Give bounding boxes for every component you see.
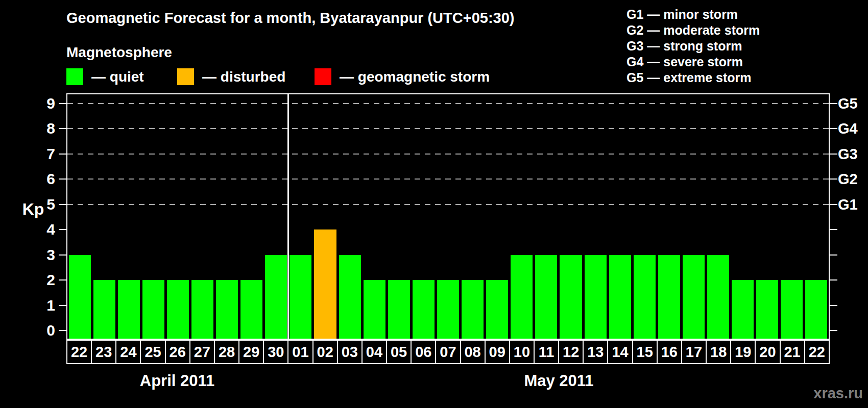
g-level-label: G2 [838,170,858,188]
y-axis-tick-label: 1 [30,296,55,315]
date-label: 14 [607,340,633,364]
date-label: 28 [214,340,239,364]
y-axis-tick-right [830,229,837,230]
y-axis-tick-right [830,154,837,155]
month-label-may: May 2011 [288,369,830,393]
date-label: 22 [804,340,830,364]
y-axis-tick-label: 7 [30,145,55,163]
y-axis-tick-left [59,103,66,104]
date-label: 04 [361,340,387,364]
date-label: 10 [509,340,535,364]
date-label: 16 [657,340,682,364]
y-axis-tick-label: 6 [30,170,55,188]
date-label: 01 [287,340,313,364]
date-label: 11 [534,340,559,364]
date-label: 22 [66,340,92,364]
date-label: 27 [189,340,215,364]
y-axis-tick-right [830,279,837,280]
y-axis-tick-label: 4 [30,220,55,239]
date-label: 23 [91,340,116,364]
date-label: 03 [337,340,363,364]
date-label: 18 [706,340,731,364]
y-axis-tick-left [59,128,66,129]
g-level-label: G5 [838,94,858,113]
date-label: 05 [386,340,412,364]
geomagnetic-forecast-chart: Geomagnetic Forecast for a month, Byatar… [0,0,868,408]
y-axis-tick-left [59,254,66,256]
y-axis-tick-right [830,330,837,331]
date-label: 15 [632,340,658,364]
date-label: 06 [411,340,436,364]
date-label: 20 [755,340,780,364]
y-axis-tick-right [830,128,837,129]
date-label: 12 [558,340,584,364]
y-axis-tick-label: 3 [30,246,55,264]
date-label: 02 [312,340,338,364]
g-level-label: G4 [838,119,858,138]
date-label: 24 [115,340,141,364]
y-axis-tick-right [830,103,837,104]
y-axis-tick-left [59,154,66,155]
y-axis-tick-label: 9 [30,94,55,113]
date-label: 07 [435,340,461,364]
y-axis-tick-label: 8 [30,119,55,138]
y-axis-tick-left [59,330,66,331]
watermark: xras.ru [813,385,863,402]
date-label: 19 [730,340,756,364]
g-level-label: G3 [838,145,858,163]
date-label: 21 [780,340,805,364]
y-axis-tick-left [59,279,66,280]
y-axis-tick-left [59,305,66,306]
date-label: 08 [460,340,486,364]
g-level-label: G1 [838,195,858,214]
y-axis-tick-right [830,204,837,205]
date-label: 17 [681,340,707,364]
y-axis-tick-left [59,204,66,205]
y-axis-tick-right [830,178,837,180]
y-axis-tick-right [830,305,837,306]
y-axis-tick-left [59,178,66,180]
y-axis-tick-label: 5 [30,195,55,214]
y-axis-tick-label: 2 [30,271,55,289]
date-label: 09 [485,340,510,364]
month-axis: April 2011May 2011 [66,369,830,393]
y-axis-tick-right [830,254,837,256]
month-label-april: April 2011 [66,369,288,393]
date-label: 13 [583,340,608,364]
y-axis-tick-label: 0 [30,321,55,340]
date-label: 30 [263,340,288,364]
date-label: 25 [140,340,165,364]
date-label: 29 [238,340,264,364]
date-label: 26 [165,340,190,364]
y-axis-tick-left [59,229,66,230]
date-axis: 2223242526272829300102030405060708091011… [66,340,830,364]
